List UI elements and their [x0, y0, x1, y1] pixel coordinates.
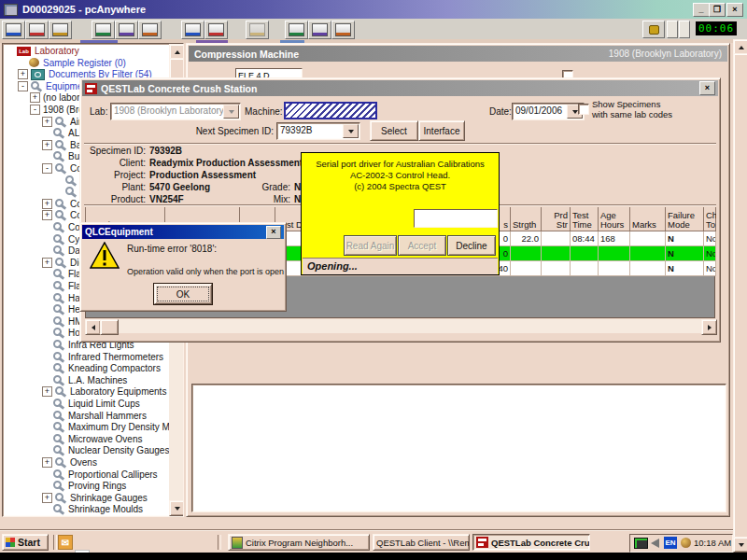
expand-icon[interactable]: +: [42, 386, 52, 397]
accept-button[interactable]: Accept: [398, 235, 446, 256]
lab-combo-dropdown[interactable]: [223, 105, 239, 119]
wrench-icon: [53, 481, 64, 491]
table-header-cell[interactable]: PrdStr: [542, 207, 571, 231]
date-combo[interactable]: 09/01/2006: [512, 103, 585, 120]
session-properties-button[interactable]: [49, 21, 72, 39]
tree-item[interactable]: Laboratory: [6, 45, 79, 57]
table-header-cell[interactable]: ChTo: [704, 207, 716, 231]
tree-item[interactable]: Liquid Limit Cups: [42, 398, 140, 410]
tree-item[interactable]: Proving Rings: [42, 480, 126, 492]
restore-window-button[interactable]: [2, 21, 25, 39]
select-button[interactable]: Select: [370, 120, 418, 141]
tree-item[interactable]: Shrinkage Moulds: [42, 503, 143, 515]
decline-button[interactable]: Decline: [447, 235, 496, 256]
tree-item[interactable]: Proportional Callipers: [42, 469, 158, 481]
lab-label: Lab:: [90, 106, 107, 117]
table-cell: N: [666, 261, 704, 275]
table-header-cell[interactable]: AgeHours: [599, 207, 630, 231]
table-header-cell[interactable]: Strgth: [511, 207, 542, 231]
input-tray-icon[interactable]: [681, 538, 691, 548]
tree-item[interactable]: +Ovens: [42, 456, 97, 469]
display-tray-icon[interactable]: [634, 538, 648, 549]
mail-icon[interactable]: ✉: [58, 535, 73, 550]
expand-icon[interactable]: +: [30, 92, 40, 103]
crush-close-button[interactable]: ×: [699, 81, 715, 95]
restore-window-icon: [6, 23, 21, 36]
serial-driver-dialog: Serial port driver for Australian Calibr…: [301, 152, 500, 275]
tree-item[interactable]: Sample Register (0): [18, 57, 126, 69]
clipboard-button[interactable]: [115, 21, 138, 39]
collapse-icon[interactable]: -: [42, 163, 52, 174]
table-header-cell[interactable]: FailureMode: [666, 207, 704, 231]
end-session-icon: [335, 23, 351, 36]
language-indicator[interactable]: EN: [664, 537, 677, 549]
minimize-button[interactable]: _: [693, 3, 710, 17]
next-specimen-combo[interactable]: 79392B: [276, 122, 360, 140]
expand-icon[interactable]: +: [42, 117, 52, 127]
tree-item[interactable]: +(no labora: [30, 91, 85, 104]
close-button[interactable]: ×: [726, 3, 743, 17]
session-exit-button[interactable]: [92, 21, 115, 39]
window-size-button[interactable]: [25, 21, 49, 39]
tree-item[interactable]: -1908 (Bro: [30, 104, 84, 116]
tree-item[interactable]: Maximum Dry Density Moulds: [42, 421, 184, 433]
expand-icon[interactable]: +: [42, 258, 52, 268]
tree-item[interactable]: L.A. Machines: [42, 374, 127, 386]
display-settings-button[interactable]: [181, 21, 204, 39]
tree-item[interactable]: Marshall Hammers: [42, 410, 147, 422]
tree-item[interactable]: Nuclear Density Gauges: [42, 444, 169, 456]
refresh-screen-button[interactable]: [308, 21, 331, 39]
table-header-cell[interactable]: Marks: [630, 207, 666, 231]
hscroll-thumb[interactable]: [100, 319, 119, 335]
task-button[interactable]: Citrix Program Neighborh...: [228, 534, 370, 551]
expand-icon[interactable]: +: [42, 493, 52, 503]
next-specimen-dropdown[interactable]: [343, 124, 359, 138]
serial-reading-input[interactable]: [414, 209, 498, 228]
expand-icon[interactable]: +: [42, 210, 52, 220]
read-again-button[interactable]: Read Again: [344, 235, 397, 256]
error-close-button[interactable]: ×: [266, 226, 281, 239]
vscroll-down-button[interactable]: [733, 537, 747, 553]
hscroll-right-button[interactable]: [701, 319, 717, 335]
table-header-cell[interactable]: TestTime: [571, 207, 599, 231]
collapse-icon[interactable]: -: [30, 105, 40, 115]
volume-icon[interactable]: [651, 539, 659, 548]
host-conference-button[interactable]: [285, 21, 308, 39]
ok-button[interactable]: OK: [153, 283, 213, 305]
tree-item-label: Liquid Limit Cups: [68, 398, 140, 410]
interface-button[interactable]: Interface: [418, 120, 465, 141]
expand-icon[interactable]: +: [42, 140, 52, 150]
maximize-button[interactable]: ❐: [709, 3, 726, 17]
start-button[interactable]: Start: [2, 534, 49, 551]
task-button[interactable]: QESTLab Client - \\Remote: [373, 534, 470, 551]
vscroll-thumb[interactable]: [733, 53, 747, 539]
tree-item[interactable]: Infrared Thermometers: [42, 351, 163, 363]
tree-item[interactable]: +Shrinkage Gauges: [42, 492, 148, 504]
expand-icon[interactable]: +: [42, 457, 52, 468]
table-hscrollbar[interactable]: [85, 319, 715, 333]
collapse-icon[interactable]: -: [18, 81, 28, 91]
tree-scroll-down-button[interactable]: [169, 500, 184, 516]
tree-item[interactable]: Kneading Compactors: [42, 362, 161, 374]
key-lock-button[interactable]: [642, 21, 665, 38]
expand-icon[interactable]: +: [42, 199, 52, 209]
task-button-label: Citrix Program Neighborh...: [246, 538, 353, 548]
results-list-area[interactable]: [191, 384, 726, 512]
expand-icon[interactable]: +: [18, 69, 28, 79]
tree-item[interactable]: Microwave Ovens: [42, 433, 142, 445]
show-specimens-checkbox[interactable]: [578, 104, 589, 115]
lab-combo[interactable]: 1908 (Brooklyn Laboratory): [110, 103, 241, 120]
hscroll-left-button[interactable]: [85, 319, 101, 335]
chat-button[interactable]: [138, 21, 162, 39]
tray-clock[interactable]: 10:18 AM: [694, 538, 731, 549]
end-session-button[interactable]: [331, 21, 355, 39]
task-button[interactable]: QESTLab Concrete Cru...: [472, 534, 590, 551]
dial-button[interactable]: [246, 21, 269, 39]
remote-vscrollbar[interactable]: [733, 39, 747, 553]
wrench-icon: [53, 269, 64, 279]
file-transfer-button[interactable]: [204, 21, 228, 39]
pcanywhere-toolbar: 00:06: [0, 19, 747, 40]
tree-item[interactable]: +Laboratory Equipments: [42, 385, 166, 398]
machine-field-hatched[interactable]: [284, 102, 377, 119]
indicator-bar-1: [667, 21, 678, 38]
